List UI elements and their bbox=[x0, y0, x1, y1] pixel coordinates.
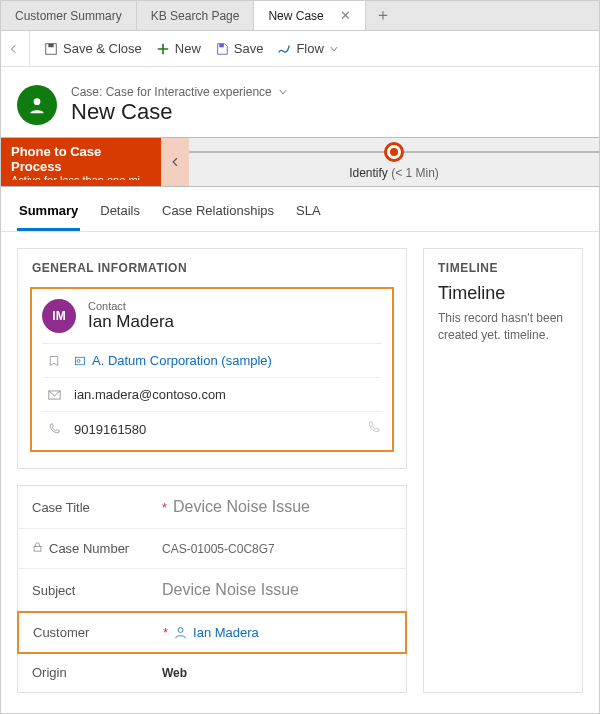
save-close-icon bbox=[44, 42, 58, 56]
general-info-card: GENERAL INFORMATION IM Contact Ian Mader… bbox=[17, 248, 407, 469]
page-header: Case: Case for Interactive experience Ne… bbox=[1, 67, 599, 137]
timeline-empty-message: This record hasn't been created yet. tim… bbox=[424, 310, 582, 358]
svg-point-3 bbox=[34, 98, 41, 105]
tab-new-case[interactable]: New Case ✕ bbox=[254, 1, 365, 30]
account-link[interactable]: A. Datum Corporation (sample) bbox=[74, 353, 272, 368]
plus-icon bbox=[156, 42, 170, 56]
close-icon[interactable]: ✕ bbox=[340, 8, 351, 23]
entity-avatar bbox=[17, 85, 57, 125]
call-icon[interactable] bbox=[367, 421, 380, 437]
lock-icon bbox=[32, 541, 43, 556]
required-marker: * bbox=[163, 625, 168, 640]
content-area: GENERAL INFORMATION IM Contact Ian Mader… bbox=[1, 232, 599, 709]
contact-name[interactable]: Ian Madera bbox=[88, 312, 174, 332]
breadcrumb[interactable]: Case: Case for Interactive experience bbox=[71, 85, 288, 99]
svg-rect-2 bbox=[219, 43, 223, 47]
bookmark-icon bbox=[44, 355, 64, 367]
business-process-bar: Phone to Case Process Active for less th… bbox=[1, 137, 599, 187]
tab-case-relationships[interactable]: Case Relationships bbox=[160, 197, 276, 231]
process-stage-identify[interactable]: Identify (< 1 Min) bbox=[189, 138, 599, 186]
timeline-heading: Timeline bbox=[424, 283, 582, 310]
add-tab-button[interactable]: ＋ bbox=[366, 1, 400, 30]
window-tabstrip: Customer Summary KB Search Page New Case… bbox=[1, 1, 599, 31]
section-title-timeline: TIMELINE bbox=[424, 249, 582, 283]
svg-point-8 bbox=[178, 628, 183, 633]
save-icon bbox=[215, 42, 229, 56]
phone-field[interactable]: 9019161580 bbox=[74, 422, 146, 437]
tab-customer-summary[interactable]: Customer Summary bbox=[1, 1, 137, 30]
save-button[interactable]: Save bbox=[215, 41, 264, 56]
phone-icon bbox=[44, 423, 64, 435]
field-subject[interactable]: Subject Device Noise Issue bbox=[18, 569, 406, 612]
field-origin[interactable]: Origin Web bbox=[18, 653, 406, 692]
tab-details[interactable]: Details bbox=[98, 197, 142, 231]
chevron-down-icon bbox=[278, 87, 288, 97]
chevron-down-icon bbox=[329, 44, 339, 54]
svg-rect-1 bbox=[48, 43, 53, 47]
email-field[interactable]: ian.madera@contoso.com bbox=[74, 387, 226, 402]
case-fields-card: Case Title * Device Noise Issue Case Num… bbox=[17, 485, 407, 693]
flow-icon bbox=[277, 42, 291, 56]
new-button[interactable]: New bbox=[156, 41, 201, 56]
tab-summary[interactable]: Summary bbox=[17, 197, 80, 231]
mail-icon bbox=[44, 390, 64, 400]
svg-rect-7 bbox=[34, 546, 41, 551]
process-header[interactable]: Phone to Case Process Active for less th… bbox=[1, 138, 161, 186]
flow-button[interactable]: Flow bbox=[277, 41, 338, 56]
field-customer[interactable]: Customer * Ian Madera bbox=[17, 611, 407, 654]
form-tabs: Summary Details Case Relationships SLA bbox=[1, 187, 599, 232]
field-case-number: Case Number CAS-01005-C0C8G7 bbox=[18, 529, 406, 569]
process-collapse-button[interactable] bbox=[161, 138, 189, 186]
tab-kb-search[interactable]: KB Search Page bbox=[137, 1, 255, 30]
command-bar: Save & Close New Save Flow bbox=[1, 31, 599, 67]
timeline-card: TIMELINE Timeline This record hasn't bee… bbox=[423, 248, 583, 693]
contact-quickview: IM Contact Ian Madera A. Datum Corporati… bbox=[30, 287, 394, 452]
save-close-button[interactable]: Save & Close bbox=[44, 41, 142, 56]
stage-bullet-icon bbox=[384, 142, 404, 162]
required-marker: * bbox=[162, 500, 167, 515]
svg-point-5 bbox=[77, 359, 80, 362]
back-icon[interactable] bbox=[9, 44, 19, 54]
tab-sla[interactable]: SLA bbox=[294, 197, 323, 231]
page-title: New Case bbox=[71, 99, 288, 125]
contact-avatar: IM bbox=[42, 299, 76, 333]
contact-label: Contact bbox=[88, 300, 174, 312]
field-case-title[interactable]: Case Title * Device Noise Issue bbox=[18, 486, 406, 529]
section-title-general: GENERAL INFORMATION bbox=[18, 249, 406, 283]
